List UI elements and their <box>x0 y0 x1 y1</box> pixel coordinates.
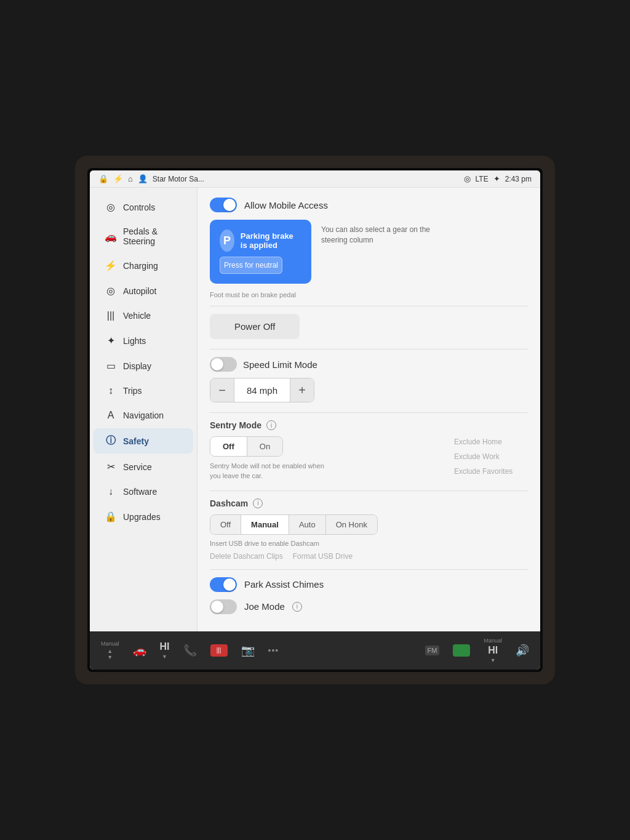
dashcam-title: Dashcam <box>210 498 248 508</box>
divider-1 <box>210 306 528 306</box>
exclude-home-button[interactable]: Exclude Home <box>454 436 528 447</box>
dashcam-info-icon[interactable]: i <box>253 498 263 508</box>
status-right: ◎ LTE ✦ 2:43 pm <box>464 174 532 183</box>
fm-badge: FM <box>425 646 440 655</box>
joe-mode-label: Joe Mode <box>244 601 285 612</box>
dashcam-onhonk-button[interactable]: On Honk <box>325 515 377 534</box>
parking-brake-section: P Parking brake is applied Press for neu… <box>210 220 528 286</box>
sentry-title-row: Sentry Mode i <box>210 420 528 430</box>
dashcam-auto-button[interactable]: Auto <box>289 515 325 534</box>
main-content: ◎ Controls 🚗 Pedals & Steering ⚡ Chargin… <box>90 188 540 631</box>
status-bar: 🔒 ⚡ ⌂ 👤 Star Motor Sa... ◎ LTE ✦ 2:43 pm <box>90 170 540 188</box>
nav-item-hi-left[interactable]: HI ▼ <box>155 639 175 662</box>
sidebar-item-service[interactable]: ✂ Service <box>94 455 193 479</box>
dashcam-section: Dashcam i Off Manual Auto On Honk Insert… <box>210 498 528 561</box>
nav-item-camera[interactable]: 📷 <box>236 641 260 660</box>
sidebar-item-trips[interactable]: ↕ Trips <box>94 379 193 402</box>
power-off-section: Power Off <box>210 314 528 339</box>
sentry-exclude-options: Exclude Home Exclude Work Exclude Favori… <box>454 436 528 477</box>
lightning-icon: ⚡ <box>113 174 123 183</box>
safety-icon: ⓘ <box>105 434 117 447</box>
sentry-info-icon[interactable]: i <box>266 420 276 430</box>
speed-limit-header: Speed Limit Mode <box>210 357 528 372</box>
sidebar-item-autopilot[interactable]: ◎ Autopilot <box>94 279 193 303</box>
divider-4 <box>210 490 528 491</box>
sidebar-label-autopilot: Autopilot <box>123 286 156 296</box>
press-neutral-button[interactable]: Press for neutral <box>220 257 282 274</box>
vehicle-icon: ||| <box>105 310 117 321</box>
sidebar-item-navigation[interactable]: A Navigation <box>94 404 193 427</box>
speed-decrement-button[interactable]: − <box>210 378 234 402</box>
sidebar-label-charging: Charging <box>123 261 158 271</box>
divider-2 <box>210 349 528 350</box>
nav-dots-icon: ••• <box>268 646 279 655</box>
sentry-segmented-buttons: Off On <box>210 436 283 457</box>
speed-increment-button[interactable]: + <box>290 378 314 402</box>
park-assist-section: Park Assist Chimes Joe Mode i <box>210 577 528 614</box>
sidebar-label-display: Display <box>123 361 151 371</box>
sidebar-item-software[interactable]: ↓ Software <box>94 480 193 503</box>
nav-item-fm[interactable]: FM <box>420 643 445 658</box>
volume-nav-icon: 🔊 <box>516 644 529 657</box>
format-usb-button[interactable]: Format USB Drive <box>293 552 353 561</box>
bottom-nav: Manual ▲▼ 🚗 HI ▼ 📞 ||| <box>90 631 540 670</box>
joe-mode-toggle[interactable] <box>210 599 237 614</box>
sidebar-item-vehicle[interactable]: ||| Vehicle <box>94 304 193 327</box>
dashcam-manual-button[interactable]: Manual <box>241 515 289 534</box>
speed-control: − 84 mph + <box>210 378 314 402</box>
parking-brake-card: P Parking brake is applied Press for neu… <box>210 220 311 284</box>
nav-item-car-icon[interactable]: 🚗 <box>128 641 151 660</box>
delete-dashcam-button[interactable]: Delete Dashcam Clips <box>210 552 283 561</box>
mobile-access-label: Allow Mobile Access <box>244 200 328 210</box>
sidebar-item-upgrades[interactable]: 🔒 Upgrades <box>94 505 193 529</box>
sentry-layout: Off On Sentry Mode will not be enabled w… <box>210 436 528 481</box>
foot-note: Foot must be on brake pedal <box>210 291 528 298</box>
nav-manual-right: Manual <box>484 638 502 644</box>
provider-name: Star Motor Sa... <box>153 175 204 183</box>
sidebar-item-controls[interactable]: ◎ Controls <box>94 195 193 219</box>
nav-item-red-indicator[interactable]: ||| <box>205 642 233 659</box>
speed-limit-toggle[interactable] <box>210 357 237 372</box>
wifi-icon: 🔒 <box>98 174 108 183</box>
park-assist-label: Park Assist Chimes <box>244 579 324 590</box>
nav-manual-left: Manual <box>101 641 119 647</box>
exclude-work-button[interactable]: Exclude Work <box>454 451 528 462</box>
exclude-favorites-button[interactable]: Exclude Favorites <box>454 466 528 477</box>
red-indicator: ||| <box>210 644 228 657</box>
dashcam-actions: Delete Dashcam Clips Format USB Drive <box>210 552 528 561</box>
nav-item-car[interactable]: Manual ▲▼ <box>96 638 124 663</box>
sidebar: ◎ Controls 🚗 Pedals & Steering ⚡ Chargin… <box>90 188 197 631</box>
sidebar-item-pedals[interactable]: 🚗 Pedals & Steering <box>94 220 193 252</box>
mobile-access-toggle[interactable] <box>210 198 237 212</box>
service-icon: ✂ <box>105 461 117 473</box>
sentry-on-button[interactable]: On <box>247 437 282 456</box>
nav-item-volume[interactable]: 🔊 <box>511 641 534 660</box>
nav-arrows-hi-right: ▼ <box>490 657 496 663</box>
nav-item-dots[interactable]: ••• <box>263 643 284 658</box>
dashcam-off-button[interactable]: Off <box>210 515 241 534</box>
nav-item-green-block[interactable] <box>448 642 475 659</box>
power-off-button[interactable]: Power Off <box>210 314 300 339</box>
sentry-off-button[interactable]: Off <box>210 437 247 456</box>
sentry-left: Off On Sentry Mode will not be enabled w… <box>210 436 442 481</box>
sentry-mode-section: Sentry Mode i Off On Sentry Mode will no… <box>210 420 528 481</box>
status-left: 🔒 ⚡ ⌂ 👤 Star Motor Sa... <box>98 174 204 183</box>
sidebar-item-charging[interactable]: ⚡ Charging <box>94 254 193 278</box>
speed-value: 84 mph <box>234 378 290 402</box>
sidebar-item-safety[interactable]: ⓘ Safety <box>94 428 193 454</box>
content-area: Allow Mobile Access P Parking brake is a… <box>197 188 540 631</box>
nav-item-hi-right[interactable]: Manual HI ▼ <box>479 635 507 666</box>
sidebar-item-display[interactable]: ▭ Display <box>94 354 193 378</box>
nav-item-phone[interactable]: 📞 <box>178 641 202 660</box>
bottom-nav-right: FM Manual HI ▼ 🔊 <box>420 635 534 666</box>
joe-mode-knob <box>211 601 223 613</box>
bottom-nav-left: Manual ▲▼ 🚗 HI ▼ 📞 ||| <box>96 638 284 663</box>
parking-p-icon: P <box>220 230 234 252</box>
sidebar-item-lights[interactable]: ✦ Lights <box>94 329 193 353</box>
mobile-access-section: Allow Mobile Access <box>210 198 528 212</box>
park-assist-toggle[interactable] <box>210 577 237 592</box>
car-frame: 🔒 ⚡ ⌂ 👤 Star Motor Sa... ◎ LTE ✦ 2:43 pm <box>75 156 555 684</box>
sentry-title: Sentry Mode <box>210 420 261 430</box>
joe-mode-info-icon[interactable]: i <box>292 602 302 612</box>
park-assist-row: Park Assist Chimes <box>210 577 528 592</box>
